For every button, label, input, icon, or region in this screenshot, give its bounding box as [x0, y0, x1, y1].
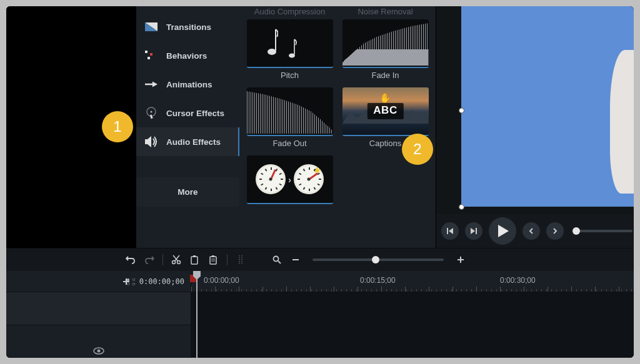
chevron-right-icon — [552, 228, 558, 234]
effect-fade-in[interactable]: Fade In — [341, 19, 429, 82]
effect-label: Captions — [369, 136, 401, 150]
undo-icon — [126, 255, 136, 265]
next-frame-button[interactable] — [465, 222, 482, 240]
sidebar-item-audio-effects[interactable]: Audio Effects — [136, 127, 239, 156]
svg-rect-2 — [145, 51, 148, 53]
preview-canvas[interactable] — [436, 6, 634, 214]
chevron-right-icon: › — [288, 174, 291, 185]
cut-button[interactable] — [169, 253, 183, 267]
sidebar-item-label: Audio Effects — [166, 137, 221, 147]
svg-marker-17 — [471, 228, 475, 234]
svg-rect-15 — [447, 228, 448, 234]
plus-icon — [457, 256, 464, 263]
audio-effects-icon — [145, 135, 158, 148]
play-icon — [497, 224, 509, 238]
effect-label: Pitch — [281, 68, 299, 82]
step-forward-icon — [470, 227, 478, 235]
sidebar-item-transitions[interactable]: Transitions — [136, 12, 239, 41]
zoom-fit-button[interactable] — [270, 253, 284, 267]
effect-thumbnail — [342, 19, 429, 68]
paste-button[interactable] — [207, 253, 221, 267]
grab-hand-icon: ✋ — [379, 92, 391, 104]
prev-frame-button[interactable] — [441, 222, 459, 240]
zoom-slider[interactable] — [312, 258, 444, 261]
next-marker-button[interactable] — [546, 222, 564, 240]
transitions-icon — [145, 21, 158, 33]
sidebar-item-label: Cursor Effects — [166, 109, 224, 118]
svg-point-14 — [289, 54, 295, 58]
prev-marker-button[interactable] — [522, 222, 540, 240]
svg-marker-16 — [449, 228, 453, 234]
effect-clip-speed[interactable]: › ★ — [246, 155, 334, 209]
effect-pitch[interactable]: Pitch — [246, 19, 334, 82]
effect-label: Noise Removal — [341, 6, 429, 19]
sidebar: Transitions Behaviors — [136, 6, 239, 248]
play-button[interactable] — [489, 217, 516, 245]
split-button[interactable] — [234, 253, 248, 267]
timeline-head: ● ○○ ○ 0:00:00;00 — [6, 271, 191, 292]
sidebar-item-animations[interactable]: Animations — [136, 70, 239, 99]
svg-point-41 — [97, 350, 100, 353]
app-window: Transitions Behaviors — [6, 6, 634, 358]
track-handles-icon[interactable]: ● ○○ ○ — [126, 277, 136, 286]
timeline-panel: ● ○○ ○ 0:00:00;00 0:00:00;00 0:00:15;00 … — [6, 248, 634, 358]
sidebar-item-label: Animations — [166, 80, 212, 89]
playhead[interactable] — [196, 271, 198, 358]
svg-point-32 — [274, 257, 279, 262]
behaviors-icon — [145, 49, 158, 62]
zoom-in-button[interactable] — [454, 253, 468, 267]
copy-icon — [191, 255, 199, 265]
svg-marker-9 — [150, 114, 153, 119]
sidebar-item-more[interactable]: More — [136, 177, 239, 207]
minus-icon — [292, 256, 299, 263]
copy-button[interactable] — [188, 253, 202, 267]
selection-handle[interactable] — [459, 107, 464, 113]
undo-button[interactable] — [124, 253, 138, 267]
zoom-out-button[interactable] — [289, 253, 302, 267]
timeline-ruler[interactable]: 0:00:00;00 0:00:15;00 0:00:30;00 — [191, 271, 634, 292]
sidebar-item-behaviors[interactable]: Behaviors — [136, 41, 239, 70]
tracks-header-column — [6, 292, 191, 358]
effect-thumbnail: › ★ — [247, 155, 333, 204]
top-area: Transitions Behaviors — [6, 6, 634, 248]
selection-handle[interactable] — [459, 204, 464, 210]
ruler-timecode: 0:00:15;00 — [360, 276, 396, 285]
effect-label: Audio Compression — [246, 6, 334, 19]
effect-fade-out[interactable]: Fade Out — [246, 87, 334, 150]
step-back-icon — [446, 227, 454, 235]
captions-preview-text: ABC — [367, 103, 403, 119]
svg-marker-10 — [145, 136, 151, 147]
effect-label: Fade Out — [272, 136, 306, 150]
eye-icon[interactable] — [93, 347, 104, 355]
svg-rect-27 — [212, 255, 214, 257]
zoom-slider-head[interactable] — [372, 256, 379, 263]
effects-panel: Audio Compression Noise Removal — [239, 6, 436, 248]
cursor-effects-icon — [145, 107, 158, 119]
effect-thumbnail — [247, 19, 333, 68]
track-header[interactable] — [6, 292, 191, 325]
playback-scrubber[interactable] — [576, 230, 632, 232]
svg-marker-19 — [498, 225, 509, 237]
svg-rect-26 — [210, 257, 216, 264]
preview-panel — [436, 6, 634, 248]
scissors-icon — [171, 255, 181, 265]
split-icon — [239, 255, 243, 265]
sidebar-item-cursor-effects[interactable]: Cursor Effects — [136, 99, 239, 127]
effect-label: Fade In — [371, 68, 399, 82]
scrubber-head[interactable] — [572, 227, 580, 235]
svg-rect-3 — [150, 53, 152, 56]
effect-thumbnail: ✋ ABC — [342, 87, 429, 136]
redo-button[interactable] — [142, 253, 156, 267]
timecode-display: 0:00:00;00 — [139, 277, 184, 286]
svg-point-21 — [178, 261, 181, 264]
svg-point-20 — [172, 261, 176, 264]
track-header[interactable] — [6, 325, 191, 358]
svg-point-8 — [151, 111, 152, 113]
timeline-toolbar — [6, 248, 634, 271]
paste-icon — [209, 255, 218, 265]
svg-rect-4 — [148, 57, 150, 59]
svg-rect-24 — [191, 257, 198, 264]
sidebar-item-label: Transitions — [166, 22, 211, 32]
tracks-body[interactable] — [191, 292, 634, 358]
preview-content — [610, 50, 634, 194]
